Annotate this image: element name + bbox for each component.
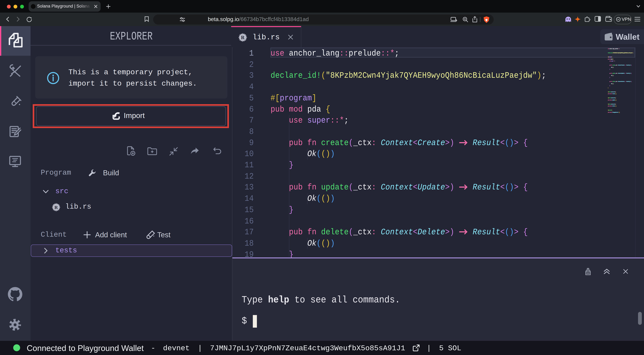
svg-text:R: R [54,205,58,210]
svg-text:R: R [241,35,245,40]
